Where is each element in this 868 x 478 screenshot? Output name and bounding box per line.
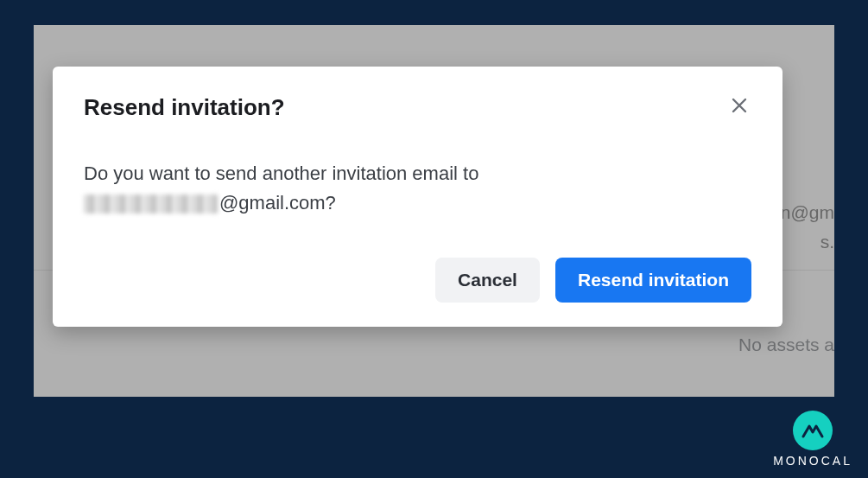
app-frame: n@gm s. No assets a Resend invitation? D… — [34, 25, 834, 397]
resend-invitation-dialog: Resend invitation? Do you want to send a… — [53, 67, 782, 327]
brand-name: MONOCAL — [773, 454, 852, 468]
resend-invitation-button[interactable]: Resend invitation — [555, 258, 751, 303]
dialog-footer: Cancel Resend invitation — [84, 258, 751, 303]
brand-logo-icon — [793, 411, 833, 450]
dialog-header: Resend invitation? — [84, 94, 751, 121]
dialog-body-prefix: Do you want to send another invitation e… — [84, 163, 478, 184]
cancel-button[interactable]: Cancel — [435, 258, 540, 303]
dialog-email-domain: @gmail.com? — [219, 192, 336, 214]
redacted-email-local-part — [84, 194, 218, 214]
dialog-body: Do you want to send another invitation e… — [84, 159, 751, 218]
dialog-title: Resend invitation? — [84, 94, 285, 121]
close-button[interactable] — [727, 94, 751, 118]
close-icon — [731, 95, 748, 118]
brand-watermark: MONOCAL — [773, 411, 852, 468]
